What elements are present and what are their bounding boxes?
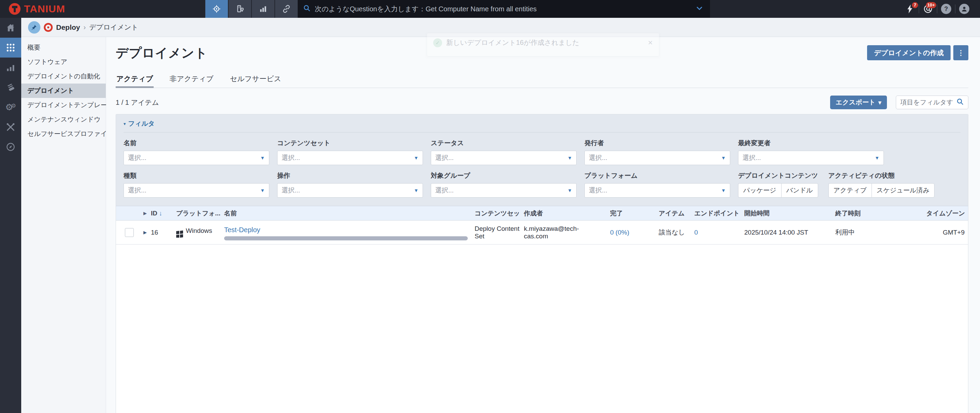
select-caret-icon: ▼ [414,188,418,193]
sidebar-item-maintenance-windows[interactable]: メンテナンスウィンドウ [21,112,106,127]
col-header-content-set[interactable]: コンテンツセット [473,209,522,217]
cell-creator: k.miyazawa@tech-cas.com [522,225,592,240]
cell-name: Test-Deploy [222,225,473,241]
endpoint-module-icon[interactable] [229,0,251,18]
breadcrumb-module[interactable]: Deploy [56,23,80,32]
sidebar-item-self-service-profiles[interactable]: セルフサービスプロファイル [21,127,106,141]
search-placeholder: 次のようなQuestionを入力します：Get Computer Name fr… [315,5,692,14]
select-caret-icon: ▼ [567,155,572,161]
expand-all-caret-icon[interactable]: ▶ [138,210,149,216]
tab-active[interactable]: アクティブ [116,70,154,88]
col-header-items[interactable]: アイテム [657,209,692,217]
row-checkbox[interactable] [125,228,134,237]
filter-search-icon[interactable] [956,98,964,107]
filter-select-operation[interactable]: 選択... ▼ [277,183,423,198]
pin-icon[interactable] [28,21,40,33]
row-expand-caret-icon[interactable]: ▶ [138,230,149,235]
notifications-icon[interactable]: 7 [901,0,919,18]
select-placeholder: 選択... [282,153,414,162]
deploy-module-icon[interactable] [205,0,228,18]
select-caret-icon: ▼ [567,188,572,193]
reports-module-icon[interactable] [252,0,274,18]
cell-content-set: Deploy Content Set [473,225,522,240]
sidebar-item-deployment-templates[interactable]: デプロイメントテンプレート [21,98,106,112]
sidebar-item-overview[interactable]: 概要 [21,40,106,55]
filter-label-platform: プラットフォーム [584,171,738,180]
toggle-scheduled[interactable]: スケジュール済み [872,183,935,198]
platform-label: Windows [186,227,212,234]
settings-gears-icon[interactable]: ⚙⚙ [0,97,21,117]
filter-select-last-modified-by[interactable]: 選択... ▼ [738,151,884,165]
help-glyph: ? [941,4,951,14]
select-placeholder: 選択... [435,186,567,195]
col-header-id[interactable]: ID ↓ [149,210,174,217]
tab-self-service[interactable]: セルフサービス [229,70,282,88]
filter-items-input-wrap [896,96,968,109]
col-header-start-time[interactable]: 開始時間 [742,209,833,217]
filter-select-platform[interactable]: 選択... ▼ [584,183,730,198]
filter-select-type[interactable]: 選択... ▼ [124,183,269,198]
filter-collapse-caret-icon: ▾ [124,121,126,126]
filter-panel-toggle[interactable]: ▾ フィルタ [124,119,961,132]
top-bar: TANIUM 次のようなQuestionを入力します：Get Computer … [0,0,980,18]
col-header-complete[interactable]: 完了 [608,209,657,217]
filter-items-input[interactable] [900,99,954,106]
tanium-logo[interactable]: TANIUM [0,3,103,15]
select-caret-icon: ▼ [875,155,880,161]
main-content: ✓ 新しいデプロイメント16が作成されました ✕ デプロイメント デプロイメント… [106,37,980,413]
select-placeholder: 選択... [589,186,721,195]
filter-label-deployment-content: デプロイメントコンテンツ [738,171,818,180]
chevron-down-icon[interactable] [696,5,703,14]
tanium-logo-text: TANIUM [24,3,65,15]
filter-select-status[interactable]: 選択... ▼ [431,151,577,165]
select-placeholder: 選択... [128,186,260,195]
activity-state-toggle-group: アクティブ スケジュール済み [829,183,935,198]
filter-select-content-set[interactable]: 選択... ▼ [277,151,423,165]
filter-select-issuer[interactable]: 選択... ▼ [584,151,730,165]
table-row[interactable]: ▶ 16 Windows Test-Deploy Deploy Content … [116,220,968,244]
more-actions-kebab-button[interactable]: ⋮ [953,45,968,60]
sidebar-item-deployment-automation[interactable]: デプロイメントの自動化 [21,69,106,84]
toast-close-icon[interactable]: ✕ [648,39,653,46]
trends-icon[interactable] [0,57,21,77]
col-header-name[interactable]: 名前 [222,209,473,217]
topbar-right-icons: 7 10+ ? [901,0,980,18]
breadcrumb-separator: › [83,23,86,31]
deployment-name-link[interactable]: Test-Deploy [224,226,260,234]
col-header-endpoints[interactable]: エンドポイント [692,209,742,217]
col-header-timezone[interactable]: タイムゾーン [924,209,968,217]
content-layers-icon[interactable] [0,77,21,97]
col-header-end-time[interactable]: 終了時刻 [833,209,924,217]
explore-compass-icon[interactable] [0,137,21,157]
toggle-bundle[interactable]: バンドル [781,183,818,198]
question-search-bar[interactable]: 次のようなQuestionを入力します：Get Computer Name fr… [298,0,710,18]
col-header-creator[interactable]: 作成者 [522,209,608,217]
cell-timezone: GMT+9 [924,229,968,236]
admin-tools-icon[interactable] [0,117,21,137]
toggle-package[interactable]: パッケージ [738,183,781,198]
cell-endpoints[interactable]: 0 [692,229,742,236]
table-empty-area [116,244,968,413]
export-label: エクスポート [835,98,875,107]
sidebar-item-software[interactable]: ソフトウェア [21,55,106,69]
module-updates-icon[interactable]: 10+ [919,0,937,18]
toggle-active[interactable]: アクティブ [829,183,872,198]
filter-select-name[interactable]: 選択... ▼ [124,151,269,165]
col-header-platform[interactable]: プラットフォ... [174,209,222,217]
filter-select-target-group[interactable]: 選択... ▼ [431,183,577,198]
user-account-icon[interactable] [955,0,973,18]
modules-grid-icon[interactable] [0,38,21,57]
breadcrumb-page: デプロイメント [89,22,138,32]
create-deployment-button[interactable]: デプロイメントの作成 [867,45,951,60]
sidebar-item-deployments[interactable]: デプロイメント [21,84,106,98]
cell-complete[interactable]: 0 (0%) [608,229,657,236]
select-caret-icon: ▼ [260,188,265,193]
filter-label-status: ステータス [431,139,584,148]
export-button[interactable]: エクスポート ▾ [830,96,887,109]
connect-module-icon[interactable] [275,0,298,18]
help-icon[interactable]: ? [937,0,955,18]
home-icon[interactable] [0,18,21,38]
left-icon-rail: ⚙⚙ [0,18,21,413]
tab-inactive[interactable]: 非アクティブ [169,70,214,88]
deploy-sidebar: 概要 ソフトウェア デプロイメントの自動化 デプロイメント デプロイメントテンプ… [21,37,106,413]
